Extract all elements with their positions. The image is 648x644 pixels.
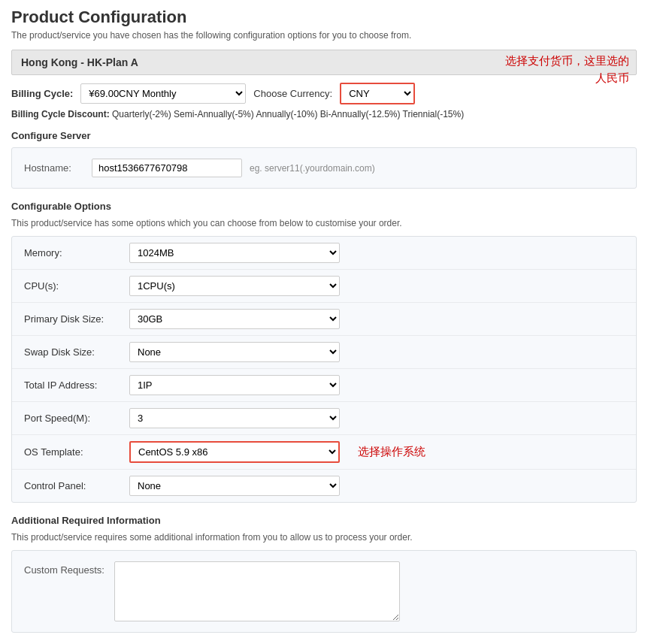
custom-requests-textarea[interactable] [114,561,400,621]
swap-disk-select[interactable]: None 512MB 1024MB [129,342,340,362]
port-speed-select[interactable]: 1 2 3 5 10 [129,408,340,428]
ip-label: Total IP Address: [24,379,129,391]
control-panel-select[interactable]: None cPanel Plesk [129,476,340,496]
page-subtitle: The product/service you have chosen has … [11,30,637,41]
hostname-label: Hostname: [24,162,84,174]
config-row-swap-disk: Swap Disk Size: None 512MB 1024MB [12,336,636,369]
additional-subtitle: This product/service requires some addit… [11,532,637,543]
config-row-port-speed: Port Speed(M): 1 2 3 5 10 [12,402,636,435]
custom-requests-label: Custom Requests: [24,561,107,576]
configurable-options-section: Configurable Options This product/servic… [11,201,637,503]
cpu-select[interactable]: 1CPU(s) 2CPU(s) 4CPU(s) [129,276,340,296]
config-row-primary-disk: Primary Disk Size: 20GB 30GB 50GB 100GB [12,303,636,336]
billing-discount-text: Quarterly(-2%) Semi-Annually(-5%) Annual… [112,109,464,119]
port-speed-label: Port Speed(M): [24,413,129,424]
billing-cycle-row: Billing Cycle: ¥69.00CNY Monthly ¥135.00… [11,83,637,104]
primary-disk-select[interactable]: 20GB 30GB 50GB 100GB [129,309,340,329]
hostname-hint: eg. server11(.yourdomain.com) [250,163,375,174]
cpu-label: CPU(s): [24,280,129,292]
billing-discount: Billing Cycle Discount: Quarterly(-2%) S… [11,109,637,119]
page-title: Product Configuration [11,8,637,27]
config-row-control-panel: Control Panel: None cPanel Plesk [12,470,636,502]
annotation-os: 选择操作系统 [358,445,425,459]
custom-requests-box: Custom Requests: [11,550,637,633]
billing-discount-label: Billing Cycle Discount: [11,109,110,119]
additional-section: Additional Required Information This pro… [11,515,637,633]
currency-label: Choose Currency: [253,88,332,99]
control-panel-label: Control Panel: [24,480,129,491]
swap-disk-label: Swap Disk Size: [24,346,129,358]
custom-requests-row: Custom Requests: [24,561,624,621]
os-label: OS Template: [24,446,129,458]
config-row-ip: Total IP Address: 1IP 2IP 3IP [12,369,636,402]
configure-server-box: Hostname: eg. server11(.yourdomain.com) [11,147,637,189]
billing-cycle-label: Billing Cycle: [11,88,73,99]
hostname-row: Hostname: eg. server11(.yourdomain.com) [24,159,624,177]
config-row-cpu: CPU(s): 1CPU(s) 2CPU(s) 4CPU(s) [12,270,636,303]
memory-select[interactable]: 512MB 1024MB 2048MB 4096MB [129,243,340,263]
config-table: Memory: 512MB 1024MB 2048MB 4096MB CPU(s… [11,236,637,503]
os-select[interactable]: CentOS 5.9 x86 CentOS 6 x86 CentOS 7 x64… [129,441,340,463]
plan-header: Hong Kong - HK-Plan A [11,50,637,75]
configurable-options-subtitle: This product/service has some options wh… [11,218,637,228]
additional-title: Additional Required Information [11,515,637,526]
configure-server-title: Configure Server [11,130,637,141]
config-row-memory: Memory: 512MB 1024MB 2048MB 4096MB [12,237,636,270]
memory-label: Memory: [24,247,129,259]
primary-disk-label: Primary Disk Size: [24,313,129,325]
configurable-options-title: Configurable Options [11,201,637,212]
hostname-input[interactable] [92,159,242,177]
billing-cycle-select[interactable]: ¥69.00CNY Monthly ¥135.00CNY Quarterly ¥… [80,83,246,104]
config-row-os: OS Template: CentOS 5.9 x86 CentOS 6 x86… [12,435,636,470]
ip-select[interactable]: 1IP 2IP 3IP [129,375,340,395]
currency-select[interactable]: CNY USD EUR GBP [340,83,415,104]
